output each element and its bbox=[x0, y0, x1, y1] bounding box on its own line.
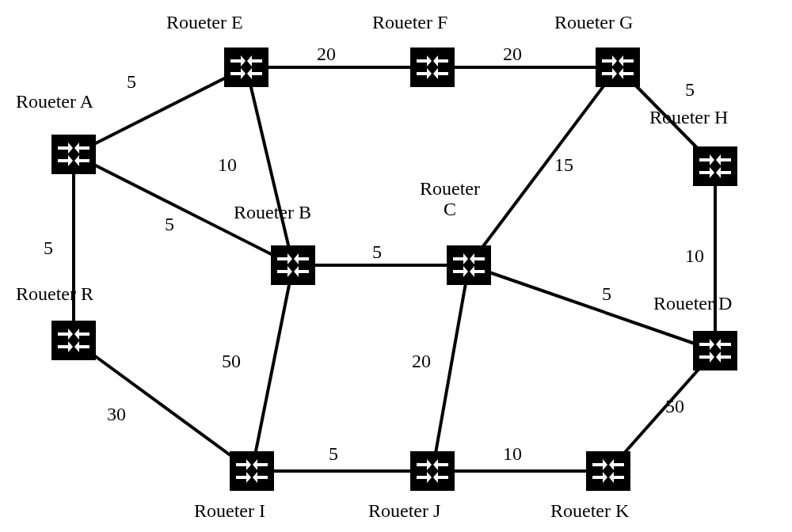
edge-weight-J-K: 10 bbox=[503, 443, 522, 465]
router-label-G: Roueter G bbox=[554, 12, 633, 33]
edge-B-I bbox=[252, 265, 293, 471]
router-label-F: Roueter F bbox=[372, 12, 447, 33]
router-icon bbox=[275, 249, 311, 281]
edge-weight-C-D: 5 bbox=[602, 283, 611, 305]
router-node-C bbox=[447, 245, 491, 285]
router-icon bbox=[697, 150, 733, 182]
router-label-B: Roueter B bbox=[234, 202, 311, 223]
router-node-J bbox=[410, 451, 455, 491]
router-icon bbox=[697, 335, 733, 367]
router-icon bbox=[228, 51, 265, 83]
router-node-K bbox=[586, 451, 630, 491]
router-label-D: Roueter D bbox=[653, 293, 732, 314]
edge-weight-A-B: 5 bbox=[165, 214, 174, 235]
router-icon bbox=[414, 51, 451, 83]
router-node-R bbox=[51, 321, 96, 360]
edge-weight-A-R: 5 bbox=[44, 238, 53, 259]
edge-weight-K-D: 50 bbox=[665, 396, 684, 417]
router-icon bbox=[234, 455, 270, 487]
router-icon bbox=[600, 51, 636, 83]
router-label-E: Roueter E bbox=[166, 12, 243, 33]
edge-weight-A-E: 5 bbox=[127, 71, 136, 93]
edge-weight-E-B: 10 bbox=[218, 154, 237, 176]
router-icon bbox=[451, 249, 487, 281]
edge-weight-R-I: 30 bbox=[107, 404, 126, 425]
router-node-F bbox=[410, 48, 455, 87]
edge-weight-F-G: 20 bbox=[503, 44, 522, 65]
router-label-R: Roueter R bbox=[16, 283, 93, 305]
edge-weight-B-C: 5 bbox=[372, 241, 382, 263]
router-label-I: Roueter I bbox=[194, 500, 265, 522]
edge-weight-H-D: 10 bbox=[685, 245, 704, 267]
edge-weight-C-G: 15 bbox=[554, 154, 573, 176]
router-node-I bbox=[230, 451, 274, 491]
router-icon bbox=[55, 139, 92, 170]
router-label-J: Roueter J bbox=[368, 500, 440, 522]
router-label-K: Roueter K bbox=[550, 500, 629, 522]
edge-weight-G-H: 5 bbox=[685, 79, 695, 101]
router-label-H: Roueter H bbox=[649, 107, 728, 128]
router-node-H bbox=[693, 146, 737, 186]
edge-E-B bbox=[246, 67, 293, 265]
router-node-B bbox=[271, 245, 315, 285]
edge-A-E bbox=[74, 67, 246, 154]
router-icon bbox=[55, 325, 92, 356]
router-icon bbox=[590, 455, 626, 487]
edge-weight-B-I: 50 bbox=[222, 351, 241, 372]
router-node-G bbox=[596, 48, 640, 87]
edge-C-J bbox=[432, 265, 469, 471]
edge-weight-I-J: 5 bbox=[329, 443, 338, 465]
router-label-A: Roueter A bbox=[16, 91, 93, 112]
edges-layer bbox=[0, 0, 792, 532]
edge-C-G bbox=[469, 67, 618, 265]
router-node-D bbox=[693, 331, 737, 370]
edge-weight-C-J: 20 bbox=[412, 351, 431, 372]
router-icon bbox=[414, 455, 451, 487]
edge-weight-E-F: 20 bbox=[317, 44, 336, 65]
router-label-C: RoueterC bbox=[420, 178, 480, 220]
router-node-E bbox=[224, 48, 268, 87]
router-node-A bbox=[51, 135, 96, 174]
